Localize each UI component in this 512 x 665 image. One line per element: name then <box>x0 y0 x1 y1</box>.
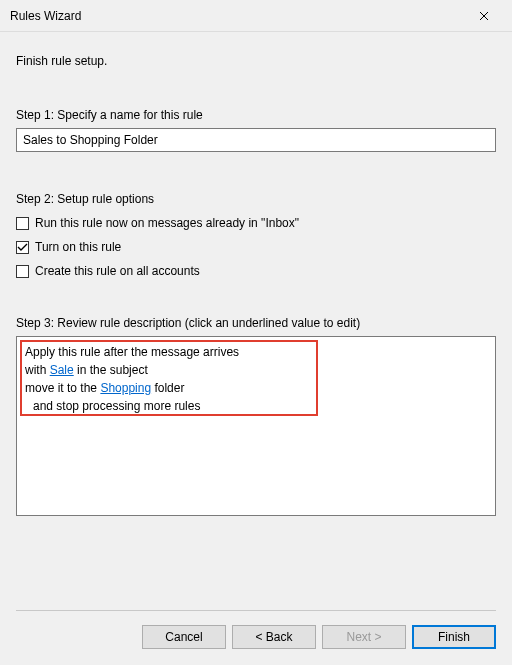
checkbox-run-now[interactable]: Run this rule now on messages already in… <box>16 216 496 230</box>
checkbox-turn-on-label: Turn on this rule <box>35 240 121 254</box>
cancel-button[interactable]: Cancel <box>142 625 226 649</box>
checkbox-box-icon <box>16 217 29 230</box>
link-subject-value[interactable]: Sale <box>50 363 74 377</box>
close-icon <box>479 11 489 21</box>
checkbox-all-accounts[interactable]: Create this rule on all accounts <box>16 264 496 278</box>
desc-line3: move it to the Shopping folder <box>25 379 487 397</box>
checkbox-turn-on[interactable]: Turn on this rule <box>16 240 496 254</box>
next-button: Next > <box>322 625 406 649</box>
desc-line1: Apply this rule after the message arrive… <box>25 343 487 361</box>
link-folder-value[interactable]: Shopping <box>100 381 151 395</box>
rules-wizard-dialog: Rules Wizard Finish rule setup. Step 1: … <box>0 0 512 665</box>
checkbox-box-icon <box>16 241 29 254</box>
step3-label: Step 3: Review rule description (click a… <box>16 316 496 330</box>
dialog-footer: Cancel < Back Next > Finish <box>0 594 512 665</box>
finish-button[interactable]: Finish <box>412 625 496 649</box>
close-button[interactable] <box>464 2 504 30</box>
desc-line2: with Sale in the subject <box>25 361 487 379</box>
step2-label: Step 2: Setup rule options <box>16 192 496 206</box>
checkbox-run-now-label: Run this rule now on messages already in… <box>35 216 299 230</box>
back-button[interactable]: < Back <box>232 625 316 649</box>
rule-name-input[interactable] <box>16 128 496 152</box>
checkbox-all-accounts-label: Create this rule on all accounts <box>35 264 200 278</box>
step1-label: Step 1: Specify a name for this rule <box>16 108 496 122</box>
desc-line4: and stop processing more rules <box>25 397 487 415</box>
window-title: Rules Wizard <box>10 9 464 23</box>
dialog-content: Finish rule setup. Step 1: Specify a nam… <box>0 32 512 516</box>
finish-setup-label: Finish rule setup. <box>16 54 496 68</box>
rule-description-box: Apply this rule after the message arrive… <box>16 336 496 516</box>
separator <box>16 610 496 611</box>
titlebar: Rules Wizard <box>0 0 512 32</box>
checkbox-box-icon <box>16 265 29 278</box>
